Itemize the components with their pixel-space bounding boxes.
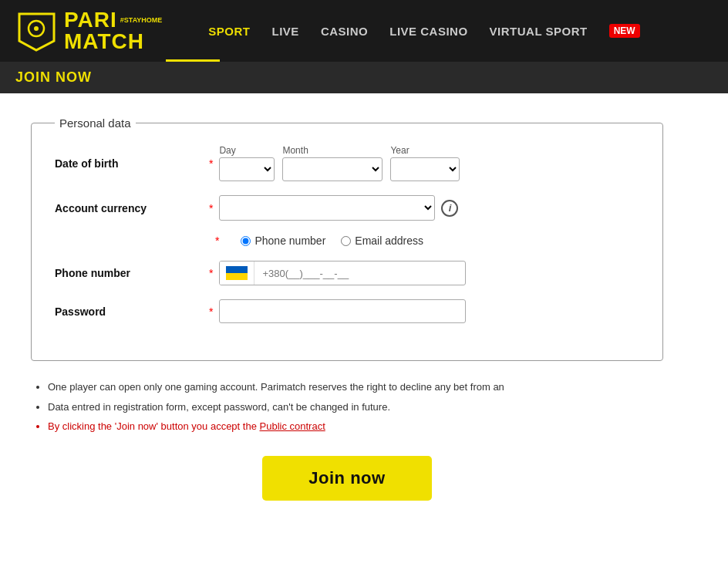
phone-input-wrap xyxy=(219,261,466,285)
date-of-birth-row: Date of birth * Day Month Year xyxy=(55,145,639,181)
main-content: Personal data Date of birth * Day Month xyxy=(0,93,728,524)
logo-pari: PARI xyxy=(64,9,117,31)
personal-data-legend: Personal data xyxy=(55,116,136,130)
currency-info-icon[interactable]: i xyxy=(441,200,458,217)
contact-type-row: * Phone number Email address xyxy=(215,235,639,247)
bullet-1: One player can open only one gaming acco… xyxy=(48,380,663,395)
phone-radio[interactable] xyxy=(241,236,251,246)
logo-match: MATCH xyxy=(64,31,162,52)
email-radio-label[interactable]: Email address xyxy=(341,235,423,247)
password-row: Password * xyxy=(55,299,639,323)
phone-flag xyxy=(220,262,254,285)
header: PARI #STAYHOME MATCH SPORT LIVE CASINO L… xyxy=(0,0,728,62)
year-col-label: Year xyxy=(390,145,460,156)
month-col-label: Month xyxy=(282,145,383,156)
password-input[interactable] xyxy=(219,299,466,323)
nav-live[interactable]: LIVE xyxy=(272,25,299,38)
nav-virtual-sport[interactable]: VIRTUAL SPORT xyxy=(490,25,588,38)
bullet-3: By clicking the 'Join now' button you ac… xyxy=(48,419,663,434)
phone-row: Phone number * xyxy=(55,261,639,285)
contact-required-star: * xyxy=(215,235,219,247)
dob-label: Date of birth xyxy=(55,157,209,170)
day-select[interactable] xyxy=(219,157,275,181)
account-currency-row: Account currency * i xyxy=(55,195,639,221)
nav-live-casino[interactable]: LIVE CASINO xyxy=(389,25,467,38)
day-col-label: Day xyxy=(219,145,275,156)
ukraine-flag xyxy=(226,266,248,280)
public-contract-link[interactable]: Public contract xyxy=(260,420,325,432)
phone-label: Phone number xyxy=(55,267,209,279)
logo-stayhome: #STAYHOME xyxy=(120,17,163,24)
phone-input[interactable] xyxy=(254,262,455,285)
logo[interactable]: PARI #STAYHOME MATCH xyxy=(15,9,162,52)
phone-required-star: * xyxy=(209,267,213,279)
dob-required-star: * xyxy=(209,157,213,170)
join-btn-wrap: Join now xyxy=(31,456,663,501)
join-now-button[interactable]: Join now xyxy=(262,456,431,501)
personal-data-fieldset: Personal data Date of birth * Day Month xyxy=(31,116,663,361)
year-col: Year xyxy=(390,145,460,181)
year-select[interactable] xyxy=(390,157,460,181)
logo-icon xyxy=(15,10,58,52)
currency-label: Account currency xyxy=(55,202,209,214)
header-underline xyxy=(166,59,220,62)
svg-rect-0 xyxy=(15,10,58,52)
dob-selects: Day Month Year xyxy=(219,145,460,181)
password-label: Password xyxy=(55,305,209,318)
info-bullets: One player can open only one gaming acco… xyxy=(31,380,663,434)
currency-select[interactable] xyxy=(219,195,435,221)
logo-text: PARI #STAYHOME MATCH xyxy=(64,9,162,52)
nav-new-badge[interactable]: NEW xyxy=(609,24,640,38)
nav: SPORT LIVE CASINO LIVE CASINO VIRTUAL SP… xyxy=(208,24,713,38)
currency-controls: i xyxy=(219,195,639,221)
phone-radio-label[interactable]: Phone number xyxy=(241,235,325,247)
join-bar: JOIN NOW xyxy=(0,62,728,93)
nav-casino[interactable]: CASINO xyxy=(321,25,368,38)
day-col: Day xyxy=(219,145,275,181)
svg-point-3 xyxy=(34,26,39,31)
join-bar-label: JOIN NOW xyxy=(15,69,92,85)
bullet-2: Data entred in registration form, except… xyxy=(48,400,663,415)
email-radio[interactable] xyxy=(341,236,351,246)
nav-sport[interactable]: SPORT xyxy=(208,25,250,38)
currency-required-star: * xyxy=(209,202,213,214)
month-col: Month xyxy=(282,145,383,181)
month-select[interactable] xyxy=(282,157,383,181)
password-required-star: * xyxy=(209,305,213,318)
